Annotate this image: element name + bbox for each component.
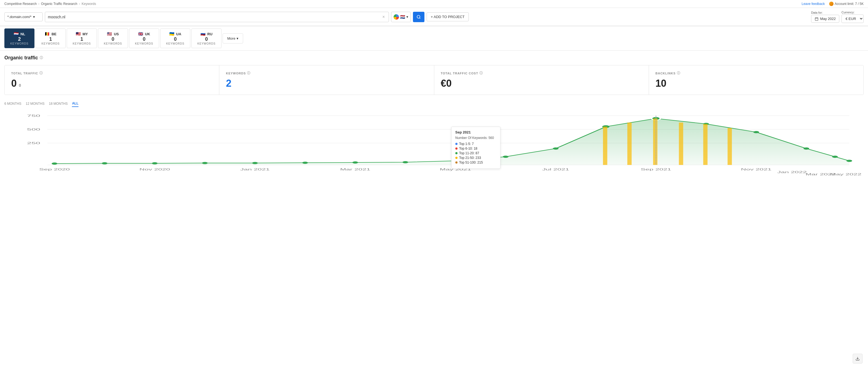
traffic-cost-value: €0 [441, 78, 642, 89]
chart-dot [832, 156, 838, 158]
svg-text:Jan 2022: Jan 2022 [777, 171, 807, 174]
currency-section: Currency: € EUR $ USD [841, 11, 864, 23]
traffic-cost-info-icon[interactable]: ⓘ [479, 71, 483, 75]
total-traffic-value: 0 0 [11, 78, 213, 89]
metric-total-traffic: TOTAL TRAFFIC ⓘ 0 0 [5, 65, 219, 95]
metric-keywords: KEYWORDS ⓘ 2 [219, 65, 434, 95]
chart-dot [352, 161, 358, 163]
country-tab-ru[interactable]: 🇷🇺RU 0 KEYWORDS [191, 28, 221, 48]
metric-backlinks: BACKLINKS ⓘ 10 [649, 65, 863, 95]
google-flag-selector[interactable]: 🇳🇱 ▾ [391, 12, 411, 22]
chart-bar-yellow [679, 123, 683, 165]
tooltip-row-1: Top 1-5: 7 [455, 142, 496, 146]
chevron-down-icon: ▾ [406, 15, 408, 19]
breadcrumb-competitive[interactable]: Competitive Research [4, 2, 37, 6]
nl-code: NL [21, 32, 25, 36]
tooltip-subtitle: Number Of Keywords: 560 [455, 136, 496, 140]
search-button[interactable] [413, 12, 425, 22]
ua-flag: 🇺🇦 [169, 31, 175, 36]
add-project-label: + ADD TO PROJECT [431, 15, 464, 19]
uk-label: KEYWORDS [135, 42, 153, 45]
time-range: 6 MONTHS 12 MONTHS 18 MONTHS ALL [4, 100, 864, 107]
add-to-project-button[interactable]: + ADD TO PROJECT [427, 12, 468, 21]
be-label: KEYWORDS [41, 42, 60, 45]
backlinks-value: 10 [655, 78, 857, 89]
dot-green [455, 152, 458, 154]
section-title: Organic traffic ⓘ [4, 55, 864, 61]
google-icon [394, 14, 399, 20]
time-6months[interactable]: 6 MONTHS [4, 100, 21, 107]
chart-dot [553, 148, 559, 150]
section-info-icon[interactable]: ⓘ [40, 56, 43, 60]
svg-text:Sep 2021: Sep 2021 [641, 168, 671, 171]
breadcrumb-organic[interactable]: Organic Traffic Research [41, 2, 78, 6]
ru-count: 0 [205, 36, 208, 42]
my-code: MY [83, 32, 88, 36]
metric-cards: TOTAL TRAFFIC ⓘ 0 0 KEYWORDS ⓘ 2 TOTAL T… [4, 65, 864, 95]
search-icon [416, 15, 421, 19]
country-tab-uk[interactable]: 🇬🇧UK 0 KEYWORDS [129, 28, 159, 48]
chart-dot [753, 131, 759, 133]
main-content: Organic traffic ⓘ TOTAL TRAFFIC ⓘ 0 0 KE… [0, 51, 868, 180]
backlinks-info-icon[interactable]: ⓘ [677, 71, 680, 75]
breadcrumb-current: Keywords [82, 2, 96, 6]
data-for-button[interactable]: May 2022 [811, 15, 839, 23]
svg-text:750: 750 [27, 114, 40, 118]
ru-flag: 🇷🇺 [200, 31, 206, 36]
breadcrumb: Competitive Research › Organic Traffic R… [4, 2, 96, 6]
search-bar: *.domain.com/* ▾ × 🇳🇱 ▾ + ADD TO PROJECT… [0, 8, 868, 26]
us-code: US [114, 32, 119, 36]
leave-feedback-link[interactable]: Leave feedback [802, 2, 825, 6]
chart-dot [302, 162, 308, 164]
my-flag: 🇲🇾 [76, 31, 81, 36]
ua-label: KEYWORDS [166, 42, 184, 45]
data-for-value: May 2022 [820, 17, 836, 21]
total-traffic-label: TOTAL TRAFFIC ⓘ [11, 71, 213, 75]
tooltip-row-5: Top 51-100: 215 [455, 160, 496, 164]
keywords-info-icon[interactable]: ⓘ [247, 71, 250, 75]
country-tab-nl[interactable]: 🇳🇱NL 2 KEYWORDS [4, 28, 34, 48]
time-all[interactable]: ALL [72, 100, 78, 107]
chart-dot [52, 162, 57, 165]
us-count: 0 [112, 36, 114, 42]
search-input[interactable] [48, 15, 381, 19]
keywords-value: 2 [226, 78, 427, 89]
top-bar: Competitive Research › Organic Traffic R… [0, 0, 868, 8]
chart-dot [503, 156, 508, 158]
account-limit: Account limit: 7 / 5K [829, 2, 864, 6]
data-for-label: Data for: [811, 11, 823, 14]
country-tab-my[interactable]: 🇲🇾MY 1 KEYWORDS [67, 28, 97, 48]
be-code: BE [52, 32, 56, 36]
us-label: KEYWORDS [104, 42, 122, 45]
time-12months[interactable]: 12 MONTHS [26, 100, 44, 107]
my-label: KEYWORDS [73, 42, 91, 45]
svg-text:Mar 2021: Mar 2021 [340, 168, 371, 171]
total-traffic-info-icon[interactable]: ⓘ [39, 71, 43, 75]
tooltip-row-3: Top 11-20: 87 [455, 151, 496, 155]
currency-select[interactable]: € EUR $ USD [841, 14, 864, 23]
uk-flag: 🇬🇧 [138, 31, 143, 36]
country-tab-us[interactable]: 🇺🇸US 0 KEYWORDS [98, 28, 128, 48]
nl-count: 2 [18, 36, 21, 42]
domain-select[interactable]: *.domain.com/* ▾ [4, 12, 43, 21]
dot-orange [455, 161, 458, 163]
chart-dot [152, 162, 157, 164]
clear-button[interactable]: × [381, 14, 386, 20]
more-button[interactable]: More ▾ [223, 33, 243, 43]
svg-text:Sep 2020: Sep 2020 [39, 168, 70, 171]
chart-bar-yellow [728, 128, 732, 165]
chart-dot [403, 161, 408, 163]
svg-text:Jan 2021: Jan 2021 [240, 168, 270, 171]
traffic-chart: 750 500 250 [4, 110, 864, 176]
chevron-down-icon: ▾ [237, 36, 239, 40]
time-18months[interactable]: 18 MONTHS [49, 100, 68, 107]
chart-bar-yellow [627, 123, 632, 165]
country-tab-be[interactable]: 🇧🇪BE 1 KEYWORDS [36, 28, 66, 48]
chart-dot [202, 162, 208, 164]
us-flag: 🇺🇸 [107, 31, 112, 36]
total-traffic-sub: 0 [19, 83, 21, 88]
chart-dot [102, 162, 107, 164]
tooltip-title: Sep 2021 [455, 130, 496, 134]
dot-blue [455, 143, 458, 145]
country-tab-ua[interactable]: 🇺🇦UA 0 KEYWORDS [160, 28, 190, 48]
